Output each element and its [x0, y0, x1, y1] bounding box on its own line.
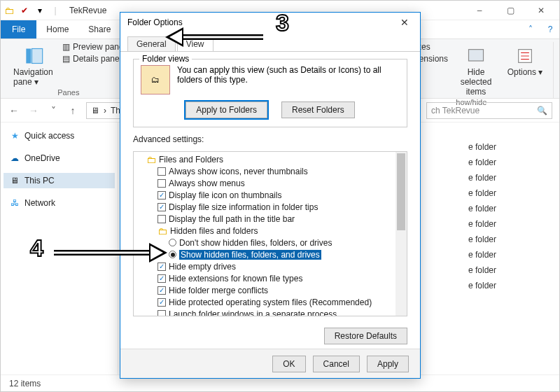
- reset-folders-button[interactable]: Reset Folders: [281, 102, 355, 118]
- opt-hide-protected-os[interactable]: ✓Hide protected operating system files (…: [136, 296, 393, 308]
- tree-quick-access[interactable]: ★Quick access: [4, 128, 115, 144]
- dialog-footer: OK Cancel Apply: [120, 349, 420, 378]
- hide-selected-icon: [466, 46, 486, 66]
- network-icon: 🖧: [9, 197, 20, 209]
- search-icon[interactable]: 🔍: [537, 106, 547, 115]
- ribbon-tab-home[interactable]: Home: [36, 20, 78, 38]
- preview-pane-button[interactable]: ▥ Preview pane: [62, 42, 124, 52]
- minimize-button[interactable]: –: [464, 1, 495, 20]
- tree-node-hidden[interactable]: 🗀Hidden files and folders: [136, 225, 393, 237]
- tree-node-files-folders[interactable]: 🗀Files and Folders: [136, 153, 393, 165]
- help-icon[interactable]: ?: [541, 20, 559, 38]
- details-pane-button[interactable]: ▤ Details pane: [62, 54, 124, 64]
- maximize-button[interactable]: ▢: [495, 1, 526, 20]
- opt-hide-empty-drives[interactable]: ✓Hide empty drives: [136, 260, 393, 272]
- tab-view[interactable]: View: [177, 36, 214, 51]
- folder-options-dialog: Folder Options ✕ General View Folder vie…: [120, 12, 421, 379]
- opt-hide-merge-conflicts[interactable]: ✓Hide folder merge conflicts: [136, 284, 393, 296]
- qat-check-icon[interactable]: ✔: [19, 5, 30, 16]
- preview-pane-icon: ▥: [62, 42, 70, 52]
- options-icon: [515, 46, 535, 66]
- apply-button[interactable]: Apply: [367, 356, 409, 372]
- tree-this-pc[interactable]: 🖥This PC: [4, 173, 115, 188]
- opt-dont-show-hidden[interactable]: Don't show hidden files, folders, or dri…: [136, 237, 393, 248]
- ribbon-collapse-icon[interactable]: ˄: [520, 20, 541, 38]
- recent-locations[interactable]: ˅: [47, 105, 59, 116]
- svg-rect-0: [26, 49, 31, 64]
- folder-views-group: Folder views 🗂 You can apply this view (…: [133, 59, 407, 127]
- tree-network[interactable]: 🖧Network: [4, 195, 115, 211]
- dialog-title: Folder Options: [127, 18, 183, 27]
- navigation-pane-label: Navigation pane ▾: [13, 67, 55, 87]
- scrollbar-thumb[interactable]: [397, 153, 405, 230]
- folder-views-desc: You can apply this view (such as Details…: [177, 65, 400, 94]
- advanced-settings-tree[interactable]: 🗀Files and Folders Always show icons, ne…: [133, 151, 407, 316]
- opt-show-hidden[interactable]: Show hidden files, folders, and drives: [136, 248, 393, 260]
- hide-selected-button[interactable]: Hide selected items: [455, 42, 497, 97]
- cloud-icon: ☁: [9, 153, 20, 164]
- svg-rect-1: [32, 49, 43, 64]
- dialog-title-bar: Folder Options ✕: [120, 13, 420, 32]
- opt-always-icons[interactable]: Always show icons, never thumbnails: [136, 165, 393, 177]
- opt-file-icon-thumb[interactable]: ✓Display file icon on thumbnails: [136, 189, 393, 201]
- advanced-settings-label: Advanced settings:: [133, 134, 407, 144]
- navigation-pane-icon: [24, 46, 44, 66]
- pc-icon: 🖥: [9, 175, 20, 186]
- folder-icon: 🗀: [4, 5, 15, 16]
- opt-hide-extensions[interactable]: ✓Hide extensions for known file types: [136, 272, 393, 284]
- up-button[interactable]: ↑: [66, 105, 79, 116]
- opt-always-menus[interactable]: Always show menus: [136, 177, 393, 189]
- window-title: TekRevue: [69, 6, 106, 15]
- nav-tree: ★Quick access ☁OneDrive 🖥This PC 🖧Networ…: [1, 122, 118, 374]
- opt-launch-separate-process[interactable]: Launch folder windows in a separate proc…: [136, 308, 393, 316]
- folder-views-icon: 🗂: [141, 65, 170, 94]
- ribbon-tab-share[interactable]: Share: [78, 20, 120, 38]
- dialog-close-button[interactable]: ✕: [396, 17, 413, 28]
- pc-icon: 🖥: [91, 106, 99, 115]
- folder-icon: 🗀: [158, 225, 167, 237]
- opt-file-size-tips[interactable]: ✓Display file size information in folder…: [136, 201, 393, 213]
- search-placeholder: ch TekRevue: [431, 106, 479, 115]
- scrollbar[interactable]: [396, 152, 407, 316]
- restore-defaults-button[interactable]: Restore Defaults: [324, 328, 407, 344]
- item-count: 12 items: [9, 379, 41, 388]
- tab-general[interactable]: General: [127, 36, 176, 51]
- panes-group: Navigation pane ▾ ▥ Preview pane ▤ Detai…: [6, 42, 132, 98]
- search-box[interactable]: ch TekRevue 🔍: [426, 102, 552, 119]
- back-button[interactable]: ←: [8, 105, 20, 116]
- qat-dropdown[interactable]: ▾: [34, 5, 46, 16]
- file-tab[interactable]: File: [1, 20, 36, 38]
- panes-group-label: Panes: [57, 87, 79, 99]
- ok-button[interactable]: OK: [272, 356, 305, 372]
- opt-full-path-title[interactable]: Display the full path in the title bar: [136, 213, 393, 225]
- folder-icon: 🗀: [146, 154, 156, 165]
- details-pane-icon: ▤: [62, 54, 70, 64]
- tree-onedrive[interactable]: ☁OneDrive: [4, 150, 115, 166]
- quick-access-toolbar: 🗀 ✔ ▾ |: [4, 5, 61, 16]
- svg-rect-2: [469, 50, 484, 61]
- star-icon: ★: [9, 130, 20, 141]
- options-button[interactable]: Options ▾: [504, 42, 546, 77]
- folder-views-legend: Folder views: [139, 54, 192, 64]
- cancel-button[interactable]: Cancel: [313, 356, 360, 372]
- close-button[interactable]: ✕: [526, 1, 556, 20]
- apply-to-folders-button[interactable]: Apply to Folders: [186, 102, 267, 118]
- forward-button[interactable]: →: [27, 105, 40, 116]
- navigation-pane-button[interactable]: Navigation pane ▾: [13, 42, 55, 87]
- dialog-tabs: General View: [120, 35, 420, 52]
